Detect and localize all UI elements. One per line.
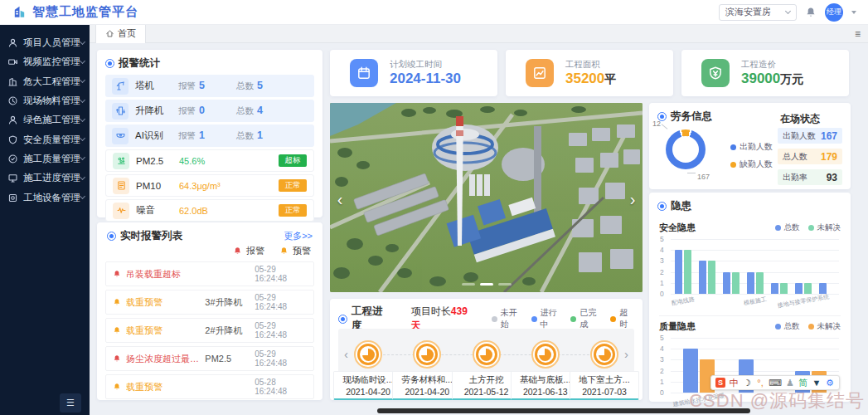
timeline-node-1[interactable] xyxy=(413,340,441,369)
bar xyxy=(699,261,706,294)
sidebar-item-2[interactable]: 危大工程管理 xyxy=(0,72,90,91)
y-tick-label: 2 xyxy=(660,367,664,375)
y-tick-label: 4 xyxy=(660,246,664,254)
more-link[interactable]: 更多>> xyxy=(284,230,313,242)
sidebar-item-label: 危大工程管理 xyxy=(23,76,80,88)
clock-pie-icon xyxy=(480,349,492,361)
pm10-icon xyxy=(116,180,127,191)
carousel-prev-arrow[interactable]: ‹ xyxy=(332,188,348,211)
horizontal-scrollbar[interactable] xyxy=(377,408,750,413)
timeline-node-3[interactable] xyxy=(531,340,560,369)
tab-home[interactable]: 首页 xyxy=(95,25,146,43)
alarm-list-row[interactable]: 吊装载重超标05-29 16:24:48 xyxy=(105,261,314,286)
project-select[interactable]: 滨海安置房 xyxy=(719,4,797,21)
alarm-list-row[interactable]: 载重预警3#升降机05-29 16:24:48 xyxy=(105,290,314,315)
punctuation-icon[interactable]: °, xyxy=(755,378,765,388)
donut-absent-label: 12 xyxy=(652,120,661,128)
sidebar-item-6[interactable]: 施工质量管理 xyxy=(0,149,90,168)
alarm-stats-rows: 塔机报警5总数5升降机报警0总数4AI识别报警1总数1PM2.545.6%超标P… xyxy=(97,75,322,222)
bar xyxy=(675,250,682,294)
carousel-dot-2[interactable] xyxy=(498,283,512,286)
stat-value: 93 xyxy=(827,172,837,183)
clock-pie-icon xyxy=(599,349,611,361)
header-right: 滨海安置房 经理 xyxy=(719,3,856,22)
carousel-dot-1[interactable] xyxy=(480,283,493,286)
sidebar-item-3[interactable]: 现场物料管理 xyxy=(0,91,90,110)
sidebar-item-0[interactable]: 项目人员管理 xyxy=(0,33,90,52)
safety-icon xyxy=(7,134,18,145)
notification-bell-icon[interactable] xyxy=(805,7,817,18)
stat-value: 179 xyxy=(821,151,837,163)
stat-value: 64.3μg/m³ xyxy=(179,181,245,191)
sogou-logo-icon[interactable]: S xyxy=(715,378,725,388)
alarm-legend-item: 预警 xyxy=(279,245,311,257)
stat-label: 出勤人数 xyxy=(783,130,816,142)
card-label: 计划竣工时间 xyxy=(390,59,461,71)
sidebar-item-4[interactable]: 绿色施工管理 xyxy=(0,110,90,129)
sidebar-collapse-button[interactable]: ☰ xyxy=(60,393,81,413)
timeline-node-0[interactable] xyxy=(354,340,382,369)
carousel-next-arrow[interactable]: › xyxy=(624,188,641,211)
env-stat-row: 噪音62.0dB正常 xyxy=(105,199,314,222)
alarm-list-row[interactable]: 扬尘浓度超过最大...PM2.505-29 16:24:48 xyxy=(105,346,314,371)
card-label: 工程造价 xyxy=(741,59,803,71)
sidebar-item-1[interactable]: 视频监控管理 xyxy=(0,52,90,71)
simplified-icon[interactable]: 简 xyxy=(798,378,808,388)
stat-icon xyxy=(113,203,129,219)
halfmoon-icon[interactable]: ☽ xyxy=(742,378,752,388)
stat-name: 塔机 xyxy=(135,80,178,92)
alarm-list-row[interactable]: 载重预警2#升降机05-29 16:24:48 xyxy=(105,318,314,343)
person-icon[interactable]: ♟ xyxy=(785,378,795,388)
user-menu-caret-icon[interactable] xyxy=(851,11,856,14)
chinese-mode-icon[interactable]: 中 xyxy=(729,378,739,388)
sidebar-item-8[interactable]: 工地设备管理 xyxy=(0,188,90,207)
timeline-node-2[interactable] xyxy=(473,340,501,369)
milestone-date: 2021-07-03 xyxy=(572,386,637,398)
y-tick-label: 1 xyxy=(660,279,664,287)
chevron-down-icon xyxy=(80,135,85,141)
logo-icon xyxy=(12,4,27,20)
sidebar-item-label: 绿色施工管理 xyxy=(23,114,80,126)
stat-icon xyxy=(113,153,129,169)
y-tick-label: 3 xyxy=(660,355,664,364)
tab-overflow-menu-icon[interactable]: ≡ xyxy=(855,29,861,39)
safety-hazard-legend: 总数未解决 xyxy=(775,222,841,233)
sidebar-items: 项目人员管理视频监控管理危大工程管理现场物料管理绿色施工管理安全质量管理施工质量… xyxy=(0,33,90,208)
bar xyxy=(780,283,788,294)
clock-pie-icon xyxy=(421,349,434,361)
alarm-list-row[interactable]: 载重预警05-28 16:24:48 xyxy=(105,374,314,399)
sidebar-item-7[interactable]: 施工进度管理 xyxy=(0,168,90,188)
y-tick-label: 0 xyxy=(660,290,664,298)
bar-group xyxy=(747,239,764,294)
cost-icon xyxy=(708,66,723,81)
user-avatar[interactable]: 经理 xyxy=(825,3,843,22)
bar xyxy=(747,272,754,294)
sidebar-item-label: 现场物料管理 xyxy=(23,95,80,107)
y-tick-label: 1 xyxy=(660,378,664,386)
timeline-node-4[interactable] xyxy=(590,340,618,369)
noise-icon xyxy=(116,205,127,216)
bar xyxy=(732,272,739,294)
quality-hazard-legend: 总数未解决 xyxy=(775,321,841,332)
skin-icon[interactable]: ▼ xyxy=(812,378,822,388)
area-icon xyxy=(526,59,554,87)
timeline-prev-arrow[interactable]: ‹ xyxy=(344,347,348,361)
milestone-card-4[interactable]: 地下室土方...2021-07-03 xyxy=(570,371,639,400)
labor-legend: 出勤人数缺勤人数 xyxy=(730,141,773,170)
panel-bullseye-icon xyxy=(657,202,667,211)
keyboard-icon[interactable]: ⌨ xyxy=(769,378,782,388)
chart-legend-item: 总数 xyxy=(775,222,800,233)
tab-bar: 首页 ≡ xyxy=(90,25,868,43)
attendance-donut-chart xyxy=(666,129,706,169)
y-tick-label: 0 xyxy=(660,388,664,397)
stat-label: 总人数 xyxy=(783,151,807,163)
settings-gear-icon[interactable]: ⚙ xyxy=(825,378,835,388)
timeline-next-arrow[interactable]: › xyxy=(624,347,628,361)
progress-timeline: ‹ › 现场临时设...2021-04-20劳务材料和...2021-04-20… xyxy=(338,329,634,393)
clock-pie-icon xyxy=(362,349,375,361)
material-icon xyxy=(7,95,18,106)
crane-icon xyxy=(115,81,126,91)
alarm-time: 05-29 16:24:48 xyxy=(255,321,307,339)
sidebar-item-5[interactable]: 安全质量管理 xyxy=(0,129,90,149)
carousel-dot-0[interactable] xyxy=(462,283,475,286)
